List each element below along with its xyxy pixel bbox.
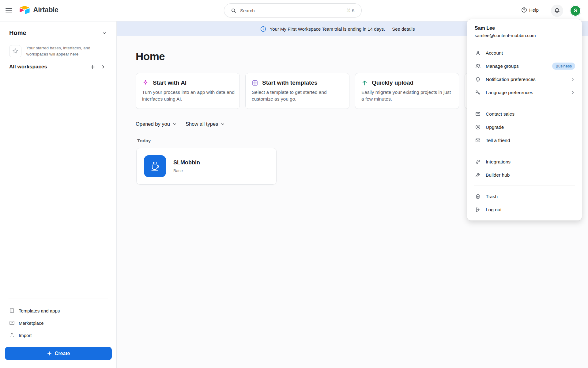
- menu-item-tell-a-friend[interactable]: Tell a friend: [467, 134, 582, 147]
- base-title: SLMobbin: [173, 159, 200, 166]
- account-email: samlee@content-mobbin.com: [475, 33, 574, 38]
- brand-name: Airtable: [33, 6, 58, 14]
- help-icon: [521, 7, 527, 13]
- star-circle-icon: [475, 125, 481, 130]
- account-name: Sam Lee: [475, 25, 574, 31]
- search-shortcut-hint: ⌘ K: [346, 8, 355, 13]
- sidebar-item-label: Templates and apps: [19, 308, 60, 313]
- help-label: Help: [529, 7, 539, 13]
- starred-hint-text: Your starred bases, interfaces, and work…: [26, 45, 100, 58]
- type-filter[interactable]: Show all types: [186, 121, 225, 127]
- card-title: Start with templates: [262, 79, 318, 86]
- users-icon: [475, 63, 481, 69]
- coffee-cup-icon: [149, 160, 161, 172]
- storefront-icon: [9, 320, 15, 326]
- sidebar-home-label: Home: [9, 29, 26, 36]
- bell-icon: [554, 8, 560, 14]
- chevron-down-icon: [102, 31, 107, 36]
- filter-label: Opened by you: [136, 121, 170, 127]
- sidebar: Home Your starred bases, interfaces, and…: [0, 21, 117, 368]
- star-icon: [12, 48, 19, 55]
- menu-item-contact-sales[interactable]: Contact sales: [467, 107, 582, 121]
- user-avatar[interactable]: S: [570, 5, 581, 16]
- mail-icon: [475, 138, 481, 143]
- trial-banner-text: Your My First Workspace Team trial is en…: [270, 26, 385, 32]
- plus-icon: [47, 351, 52, 356]
- card-title: Quickly upload: [372, 79, 413, 86]
- see-details-link[interactable]: See details: [392, 26, 415, 32]
- expand-workspaces-button[interactable]: [99, 63, 107, 71]
- menu-item-account[interactable]: Account: [467, 46, 582, 59]
- chevron-down-icon: [172, 122, 177, 126]
- airtable-logo-icon: [19, 5, 30, 15]
- bell-icon: [475, 77, 481, 82]
- translate-icon: [475, 90, 481, 95]
- menu-divider: [474, 103, 575, 103]
- filter-label: Show all types: [186, 121, 218, 127]
- chevron-right-icon: [571, 77, 575, 82]
- sidebar-item-templates-and-apps[interactable]: Templates and apps: [9, 307, 60, 315]
- all-workspaces-label[interactable]: All workspaces: [9, 64, 89, 70]
- notifications-button[interactable]: [551, 5, 563, 17]
- book-icon: [9, 308, 15, 313]
- trash-icon: [475, 194, 481, 199]
- section-label-today: Today: [137, 138, 151, 144]
- card-description: Easily migrate your existing projects in…: [361, 89, 454, 102]
- airtable-logo[interactable]: Airtable: [19, 5, 58, 15]
- base-card-slmobbin[interactable]: SLMobbin Base: [136, 148, 277, 185]
- account-menu: Sam Lee samlee@content-mobbin.com Accoun…: [467, 19, 582, 220]
- account-menu-header: Sam Lee samlee@content-mobbin.com: [467, 25, 582, 38]
- search-input[interactable]: Search... ⌘ K: [224, 3, 362, 17]
- sidebar-home-toggle[interactable]: Home: [9, 29, 107, 36]
- base-icon: [144, 155, 166, 177]
- sidebar-item-marketplace[interactable]: Marketplace: [9, 319, 44, 327]
- business-badge: Business: [552, 63, 575, 70]
- chevron-right-icon: [101, 64, 106, 69]
- menu-item-upgrade[interactable]: Upgrade: [467, 121, 582, 134]
- grid-icon: [252, 80, 258, 86]
- search-icon: [231, 8, 236, 13]
- user-icon: [475, 50, 481, 56]
- upload-icon: [9, 332, 15, 338]
- arrow-up-icon: [361, 80, 368, 86]
- sidebar-item-label: Marketplace: [19, 320, 44, 326]
- base-card-text: SLMobbin Base: [173, 159, 200, 173]
- help-button[interactable]: Help: [521, 7, 539, 13]
- menu-item-builder-hub[interactable]: Builder hub: [467, 168, 582, 182]
- avatar-initial: S: [574, 8, 577, 13]
- card-start-with-ai[interactable]: Start with AI Turn your process into an …: [136, 73, 240, 109]
- card-start-with-templates[interactable]: Start with templates Select a template t…: [245, 73, 349, 109]
- opened-by-filter[interactable]: Opened by you: [136, 121, 177, 127]
- sidebar-item-label: Import: [19, 333, 32, 338]
- create-button[interactable]: Create: [5, 347, 112, 360]
- menu-item-notification-preferences[interactable]: Notification preferences: [467, 73, 582, 86]
- link-icon: [475, 159, 481, 164]
- menu-item-log-out[interactable]: Log out: [467, 203, 582, 216]
- list-filters: Opened by you Show all types: [136, 121, 225, 127]
- sidebar-divider: [9, 298, 108, 298]
- chevron-right-icon: [571, 90, 575, 95]
- page-title: Home: [136, 50, 165, 63]
- base-subtitle: Base: [173, 168, 200, 173]
- card-description: Select a template to get started and cus…: [252, 89, 344, 102]
- menu-item-language-preferences[interactable]: Language preferences: [467, 86, 582, 99]
- card-quickly-upload[interactable]: Quickly upload Easily migrate your exist…: [355, 73, 459, 109]
- menu-item-trash[interactable]: Trash: [467, 190, 582, 203]
- mail-icon: [475, 111, 481, 117]
- star-box: [9, 45, 21, 57]
- starred-hint-block: Your starred bases, interfaces, and work…: [9, 45, 100, 58]
- hamburger-menu-icon[interactable]: [6, 6, 15, 16]
- menu-divider: [474, 186, 575, 186]
- top-header: Airtable Search... ⌘ K Help S: [0, 0, 588, 21]
- card-description: Turn your process into an app with data …: [142, 89, 235, 102]
- sidebar-item-import[interactable]: Import: [9, 331, 32, 339]
- menu-divider: [474, 151, 575, 151]
- sparkle-icon: [142, 79, 149, 86]
- menu-item-manage-groups[interactable]: Manage groups Business: [467, 59, 582, 73]
- add-workspace-button[interactable]: [89, 63, 96, 71]
- create-label: Create: [55, 351, 70, 356]
- card-title: Start with AI: [153, 79, 187, 86]
- chevron-down-icon: [221, 122, 225, 126]
- search-placeholder: Search...: [240, 8, 342, 13]
- menu-item-integrations[interactable]: Integrations: [467, 155, 582, 168]
